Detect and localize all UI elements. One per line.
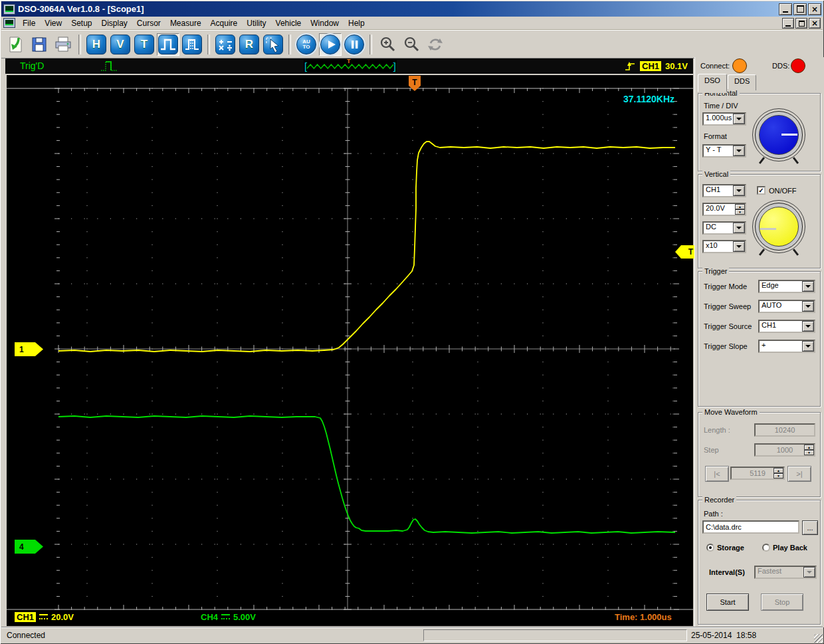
- run-button[interactable]: [319, 33, 342, 56]
- channel-scale-bar: CH1 20.0V CH4 5.00V Time: 1.000us: [7, 612, 693, 625]
- format-select[interactable]: Y - T: [702, 144, 746, 158]
- toolbar-separator: [207, 35, 210, 54]
- mdi-close-button[interactable]: ×: [809, 18, 821, 29]
- math-button[interactable]: [214, 33, 237, 56]
- print-button[interactable]: [52, 33, 74, 56]
- cursor-tool-icon: [264, 36, 282, 53]
- go-first-button[interactable]: |<: [705, 466, 729, 482]
- resize-grip[interactable]: [814, 634, 823, 643]
- dropdown-arrow-icon[interactable]: [802, 281, 814, 292]
- start-button[interactable]: Start: [706, 593, 749, 611]
- pulse-measure-button[interactable]: [181, 33, 203, 56]
- go-last-button[interactable]: >|: [787, 466, 811, 482]
- frequency-readout: 37.1120KHz: [623, 94, 674, 104]
- readout-channel: CH1: [640, 61, 661, 71]
- maximize-button[interactable]: [793, 3, 807, 15]
- recorder-group: Recorder Path : ... Storage Play Back In…: [698, 500, 821, 625]
- horizontal-knob[interactable]: [755, 111, 803, 159]
- recorder-group-title: Recorder: [702, 496, 736, 504]
- menu-item-cursor[interactable]: Cursor: [132, 17, 165, 29]
- preview-right-bracket[interactable]: ]: [393, 60, 396, 72]
- volts-div-stepper[interactable]: 20.0V ▲▼: [702, 203, 746, 216]
- zoom-out-button[interactable]: [400, 33, 423, 56]
- dropdown-arrow-icon[interactable]: [733, 146, 745, 156]
- dropdown-arrow-icon[interactable]: [802, 321, 814, 332]
- trigger-panel-button[interactable]: T: [133, 33, 155, 56]
- dds-label: DDS:: [772, 62, 789, 70]
- close-button[interactable]: ×: [808, 3, 821, 15]
- playback-radio[interactable]: [762, 544, 770, 552]
- trigger-mode-select[interactable]: Edge: [758, 280, 815, 293]
- trigger-slope-select[interactable]: +: [758, 340, 815, 353]
- mdi-restore-button[interactable]: [795, 18, 807, 29]
- rising-edge-icon: [624, 60, 636, 73]
- menu-item-utility[interactable]: Utility: [242, 17, 270, 29]
- channel-onoff-checkbox[interactable]: ✓: [757, 186, 766, 195]
- toolbar-separator: [369, 35, 372, 54]
- tab-dso[interactable]: DSO: [698, 74, 727, 92]
- vertical-panel-button[interactable]: V: [109, 33, 132, 56]
- stop-button[interactable]: Stop: [761, 593, 803, 611]
- dropdown-arrow-icon[interactable]: [733, 114, 745, 124]
- dropdown-arrow-icon[interactable]: [802, 301, 814, 312]
- coupling-select[interactable]: DC: [702, 221, 746, 235]
- connect-label: Connect:: [700, 62, 730, 70]
- open-icon: [6, 35, 25, 54]
- ch1-label: CH1: [15, 612, 36, 622]
- tab-dds[interactable]: DDS: [728, 74, 756, 90]
- reference-button[interactable]: R: [238, 33, 260, 56]
- trigger-status: Trig'D: [20, 60, 44, 71]
- path-input[interactable]: [702, 520, 799, 534]
- trigger-source-select[interactable]: CH1: [758, 320, 815, 333]
- trigger-sweep-select[interactable]: AUTO: [758, 300, 815, 313]
- auto-setup-button[interactable]: AUTO: [295, 33, 318, 56]
- menu-item-acquire[interactable]: Acquire: [206, 17, 243, 29]
- dropdown-arrow-icon[interactable]: [733, 185, 745, 196]
- minimize-button[interactable]: [779, 3, 792, 15]
- pause-button[interactable]: [343, 33, 365, 56]
- dropdown-arrow-icon[interactable]: [802, 341, 814, 352]
- zoom-in-button[interactable]: [376, 33, 399, 56]
- document-icon[interactable]: [3, 18, 15, 28]
- time-div-select[interactable]: 1.000us: [702, 112, 746, 126]
- mdi-restore-icon: [799, 21, 805, 27]
- spinner-buttons[interactable]: ▲▼: [735, 204, 745, 215]
- menu-item-view[interactable]: View: [40, 17, 66, 29]
- dropdown-arrow-icon[interactable]: [733, 223, 745, 233]
- menu-item-measure[interactable]: Measure: [165, 17, 206, 29]
- storage-label: Storage: [717, 544, 744, 552]
- cursor-tool-button[interactable]: [262, 33, 284, 56]
- preview-trigger-marker: T: [347, 58, 351, 64]
- interval-select: Fastest: [754, 566, 817, 579]
- check-icon: ✓: [758, 187, 764, 194]
- vertical-knob[interactable]: [755, 203, 803, 251]
- menu-item-setup[interactable]: Setup: [66, 17, 96, 29]
- menu-item-help[interactable]: Help: [344, 17, 369, 29]
- menu-item-display[interactable]: Display: [97, 17, 132, 29]
- timebase-readout: Time: 1.000us: [615, 612, 672, 622]
- open-button[interactable]: [4, 33, 27, 56]
- refresh-button[interactable]: [424, 33, 447, 56]
- pulse-trigger-button[interactable]: [157, 33, 179, 56]
- mdi-minimize-button[interactable]: [782, 18, 794, 29]
- save-button[interactable]: [28, 33, 51, 56]
- horizontal-panel-button[interactable]: H: [85, 33, 108, 56]
- menu-item-window[interactable]: Window: [306, 17, 344, 29]
- menu-bar: File View Setup Display Cursor Measure A…: [1, 17, 823, 30]
- scope-status-strip: Trig'D [ ] T CH1 30.1V: [5, 58, 693, 74]
- menu-item-vehicle[interactable]: Vehicle: [271, 17, 306, 29]
- trigger-type-icon: [100, 59, 120, 73]
- trigger-source-label: Trigger Source: [704, 322, 752, 330]
- preview-left-bracket[interactable]: [: [304, 60, 307, 72]
- trigger-group: Trigger Trigger Mode Edge Trigger Sweep …: [698, 271, 821, 407]
- dropdown-arrow-icon[interactable]: [733, 241, 745, 252]
- vertical-panel-icon: V: [110, 35, 130, 54]
- print-icon: [54, 35, 72, 54]
- ch4-dc-coupling-icon: [221, 614, 230, 620]
- browse-button[interactable]: ...: [802, 520, 818, 535]
- probe-select[interactable]: x10: [702, 240, 746, 253]
- menu-item-file[interactable]: File: [18, 17, 40, 29]
- buffer-preview[interactable]: [ ] T: [304, 59, 397, 73]
- storage-radio[interactable]: [706, 544, 714, 552]
- channel-select[interactable]: CH1: [702, 184, 746, 197]
